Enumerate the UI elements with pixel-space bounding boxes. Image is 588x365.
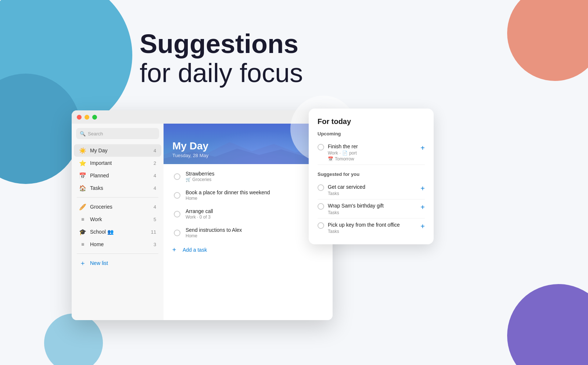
sidebar-divider xyxy=(77,197,158,198)
sidebar-count-planned: 4 xyxy=(154,173,156,178)
sidebar-count-tasks: 4 xyxy=(154,185,156,191)
sidebar-label-work: Work xyxy=(90,216,150,222)
upcoming-list: Work xyxy=(328,150,338,156)
task-checkbox[interactable] xyxy=(174,192,180,199)
suggestion-title-3: Pick up key from the front office xyxy=(328,222,417,228)
sidebar-item-work[interactable]: ≡ Work 5 xyxy=(74,213,161,226)
task-subtitle: Work · 0 of 3 xyxy=(186,215,312,220)
sidebar-count-home: 3 xyxy=(154,242,156,247)
minimize-button[interactable] xyxy=(85,115,89,120)
task-item[interactable]: Strawberries 🛒 Groceries ☆ xyxy=(166,167,330,186)
app-body: 🔍 Search ☀️ My Day 4 ⭐ Important 2 📅 Pla… xyxy=(72,124,333,320)
upcoming-add-button[interactable]: + xyxy=(420,144,425,152)
suggestion-item-2: Wrap Sam's birthday gift Tasks + xyxy=(318,199,425,218)
suggestion-sub-2: Tasks xyxy=(328,210,417,215)
school-icon: 🎓 xyxy=(79,228,86,235)
upcoming-dot: · xyxy=(340,150,341,156)
header-title: My Day xyxy=(172,141,311,152)
sidebar-label-my-day: My Day xyxy=(90,148,150,153)
suggestion-title-2: Wrap Sam's birthday gift xyxy=(328,202,417,209)
task-title: Strawberries xyxy=(186,171,312,177)
search-placeholder: Search xyxy=(88,131,103,137)
suggestion-text-2: Wrap Sam's birthday gift Tasks xyxy=(328,202,417,215)
task-item[interactable]: Send instructions to Alex Home ☆ xyxy=(166,223,330,242)
sidebar-item-groceries[interactable]: 🥖 Groceries 4 xyxy=(74,201,161,213)
sidebar-label-tasks: Tasks xyxy=(90,185,150,191)
suggestion-item-1: Get car serviced Tasks + xyxy=(318,181,425,199)
work-icon: ≡ xyxy=(79,216,86,223)
calendar-icon: 📅 xyxy=(328,156,333,162)
task-subtitle: Home xyxy=(186,233,312,238)
suggestion-checkbox-3[interactable] xyxy=(318,222,324,229)
suggestion-checkbox-2[interactable] xyxy=(318,203,324,210)
upcoming-icon: 📄 xyxy=(342,150,348,156)
sidebar-count-important: 2 xyxy=(154,160,156,166)
sidebar-item-home[interactable]: ≡ Home 3 xyxy=(74,238,161,251)
hero-heading: Suggestions for daily focus xyxy=(140,29,303,88)
home-icon: ≡ xyxy=(79,241,86,248)
for-today-panel: For today Upcoming Finish the rer Work ·… xyxy=(309,109,434,244)
hero-title: Suggestions xyxy=(140,29,303,59)
upcoming-checkbox[interactable] xyxy=(318,144,324,150)
upcoming-item[interactable]: Finish the rer Work · 📄 port 📅 Tomorrow … xyxy=(318,140,425,165)
sidebar-item-my-day[interactable]: ☀️ My Day 4 xyxy=(74,144,161,157)
sidebar-item-tasks[interactable]: 🏠 Tasks 4 xyxy=(74,182,161,194)
suggestion-checkbox-1[interactable] xyxy=(318,184,324,191)
my-day-icon: ☀️ xyxy=(79,147,86,154)
new-list-label: New list xyxy=(90,260,156,266)
sidebar-item-school[interactable]: 🎓 School 👥 11 xyxy=(74,226,161,238)
upcoming-sub: Work · 📄 port xyxy=(328,150,417,156)
sidebar-item-planned[interactable]: 📅 Planned 4 xyxy=(74,169,161,182)
upcoming-date-text: Tomorrow xyxy=(335,156,354,162)
task-checkbox[interactable] xyxy=(174,230,180,236)
task-title: Arrange call xyxy=(186,208,312,214)
task-text: Book a place for dinner this weekend Hom… xyxy=(186,189,312,201)
task-list: Strawberries 🛒 Groceries ☆ Book a place … xyxy=(164,164,333,320)
sidebar-item-important[interactable]: ⭐ Important 2 xyxy=(74,157,161,169)
task-text: Send instructions to Alex Home xyxy=(186,227,312,238)
add-task-icon: + xyxy=(171,247,178,253)
sidebar: 🔍 Search ☀️ My Day 4 ⭐ Important 2 📅 Pla… xyxy=(72,124,164,320)
task-title: Send instructions to Alex xyxy=(186,227,312,233)
bg-decoration-coral xyxy=(507,0,588,81)
task-checkbox[interactable] xyxy=(174,173,180,180)
suggestion-text-3: Pick up key from the front office Tasks xyxy=(328,222,417,234)
suggestion-title-1: Get car serviced xyxy=(328,184,417,190)
task-item[interactable]: Book a place for dinner this weekend Hom… xyxy=(166,186,330,205)
new-list-icon: ＋ xyxy=(79,259,86,267)
suggestion-sub-1: Tasks xyxy=(328,191,417,196)
hero-subtitle: for daily focus xyxy=(140,59,303,88)
suggestion-add-2[interactable]: + xyxy=(420,203,425,212)
search-icon: 🔍 xyxy=(80,131,86,137)
task-title: Book a place for dinner this weekend xyxy=(186,189,312,195)
maximize-button[interactable] xyxy=(92,115,97,120)
groceries-icon: 🥖 xyxy=(79,203,86,210)
search-bar[interactable]: 🔍 Search xyxy=(76,128,159,139)
important-icon: ⭐ xyxy=(79,159,86,167)
sidebar-count-work: 5 xyxy=(154,217,156,222)
upcoming-suffix: port xyxy=(349,150,357,156)
sidebar-count-school: 11 xyxy=(151,229,156,235)
task-subtitle: 🛒 Groceries xyxy=(186,177,312,182)
planned-icon: 📅 xyxy=(79,172,86,179)
add-task-label: Add a task xyxy=(183,247,207,253)
add-task-row[interactable]: + Add a task xyxy=(164,242,333,258)
bg-decoration-purple xyxy=(507,284,588,365)
upcoming-label: Upcoming xyxy=(318,131,425,137)
suggestion-add-3[interactable]: + xyxy=(420,222,425,231)
close-button[interactable] xyxy=(77,115,82,120)
suggestion-add-1[interactable]: + xyxy=(420,184,425,193)
sidebar-count-my-day: 4 xyxy=(154,148,156,153)
task-item[interactable]: Arrange call Work · 0 of 3 ☆ xyxy=(166,205,330,223)
task-text: Arrange call Work · 0 of 3 xyxy=(186,208,312,220)
upcoming-date: 📅 Tomorrow xyxy=(328,156,417,162)
sidebar-label-groceries: Groceries xyxy=(90,204,150,210)
task-subtitle: Home xyxy=(186,196,312,201)
new-list-button[interactable]: ＋ New list xyxy=(74,257,161,269)
suggestion-sub-3: Tasks xyxy=(328,229,417,234)
task-checkbox[interactable] xyxy=(174,211,180,217)
sidebar-label-important: Important xyxy=(90,160,150,166)
sidebar-label-home: Home xyxy=(90,241,150,247)
sidebar-count-groceries: 4 xyxy=(154,204,156,210)
bg-decoration-blue-bottom xyxy=(44,313,103,365)
